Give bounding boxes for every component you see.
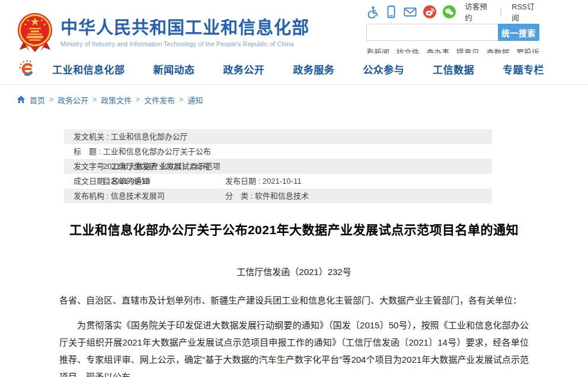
- nav-item-miit-data[interactable]: 工信数据: [433, 62, 474, 76]
- search-button[interactable]: 统一搜索: [498, 24, 539, 41]
- site-logo-link[interactable]: 中华人民共和国工业和信息化部 Ministry of Industry and …: [17, 12, 309, 55]
- home-icon[interactable]: [17, 95, 25, 104]
- search-input[interactable]: [366, 24, 498, 41]
- mobile-icon[interactable]: [385, 5, 397, 18]
- breadcrumb-policy-documents[interactable]: 政策文件: [101, 94, 132, 106]
- article-body: 各省、自治区、直辖市及计划单列市、新疆生产建设兵团工业和信息化主管部门、大数据产…: [59, 292, 529, 377]
- article-salutation: 各省、自治区、直辖市及计划单列市、新疆生产建设兵团工业和信息化主管部门、大数据产…: [59, 292, 529, 309]
- meta-label: 标 题: [74, 144, 103, 159]
- meta-label: 发布机构: [74, 188, 111, 203]
- page: 中华人民共和国工业和信息化部 Ministry of Industry and …: [0, 0, 588, 377]
- nav-item-special-topics[interactable]: 专题专栏: [503, 62, 544, 76]
- wechat-icon[interactable]: [443, 5, 456, 18]
- meta-row-publisher-category: 发布机构 信息技术发展司 分 类 软件和信息技术: [64, 188, 492, 203]
- rss-subscribe-link[interactable]: RSS订阅: [512, 1, 539, 23]
- nav-item-gov-disclosure[interactable]: 政务公开: [223, 62, 264, 76]
- nav-items: 工业和信息化部 新闻动态 政务公开 政务服务 公众参与 工信数据 专题专栏: [52, 53, 544, 84]
- breadcrumb-gov-disclosure[interactable]: 政务公开: [57, 94, 88, 106]
- document-meta-table: 发文机关 工业和信息化部办公厅 标 题 工业和信息化部办公厅关于公布2021年大…: [64, 129, 492, 203]
- breadcrumb-separator: >: [136, 95, 140, 104]
- nav-item-gov-services[interactable]: 政务服务: [293, 62, 334, 76]
- nav-item-public-participation[interactable]: 公众参与: [363, 62, 404, 76]
- site-name: 中华人民共和国工业和信息化部: [60, 19, 309, 38]
- article-title: 工业和信息化部办公厅关于公布2021年大数据产业发展试点示范项目名单的通知: [0, 220, 588, 238]
- accessibility-icon[interactable]: [366, 5, 379, 18]
- meta-label: 发文字号: [74, 159, 111, 174]
- mail-icon[interactable]: [404, 5, 417, 18]
- meta-value: 信息技术发展司: [111, 188, 165, 203]
- utility-divider: |: [500, 8, 501, 16]
- breadcrumb-separator: >: [49, 95, 53, 104]
- nav-item-news[interactable]: 新闻动态: [153, 62, 194, 76]
- meta-label: 分 类: [225, 188, 255, 203]
- meta-label: 发文机关: [74, 129, 111, 144]
- search-bar: 统一搜索: [366, 24, 539, 41]
- visitor-appointment-link[interactable]: 访客预约: [465, 1, 492, 23]
- meta-row-dates: 成文日期 2021-09-18 发布日期 2021-10-11: [64, 174, 492, 188]
- meta-value: 工业和信息化部办公厅: [111, 129, 188, 144]
- meta-value: 工信厅信发函〔2021〕232号: [111, 159, 210, 174]
- site-header: 中华人民共和国工业和信息化部 Ministry of Industry and …: [0, 0, 588, 53]
- breadcrumb-home[interactable]: 首页: [30, 94, 45, 106]
- meta-label: 成文日期: [74, 174, 111, 188]
- site-name-english: Ministry of Industry and Information Tec…: [60, 40, 309, 47]
- meta-label: 发布日期: [225, 174, 263, 188]
- meta-value: 工业和信息化部办公厅关于公布2021年大数据产业发展试点示范项目名单的通知: [103, 144, 225, 159]
- header-utilities: 访客预约 | RSS订阅 统一搜索 看新闻 找文件 查办事 提意见 查数据 要投…: [366, 5, 539, 57]
- nav-item-miit[interactable]: 工业和信息化部: [52, 62, 125, 76]
- breadcrumb: 首页 > 政务公开 > 政策文件 > 文件发布 > 通知: [0, 94, 588, 106]
- meta-row-doc-number: 发文字号 工信厅信发函〔2021〕232号: [64, 159, 492, 174]
- breadcrumb-document-release[interactable]: 文件发布: [144, 94, 175, 106]
- weibo-icon[interactable]: [423, 5, 436, 18]
- article-doc-number: 工信厅信发函（2021）232号: [0, 265, 588, 277]
- breadcrumb-notice[interactable]: 通知: [187, 94, 203, 106]
- miit-swirl-icon: [18, 59, 37, 81]
- meta-value: 2021-10-11: [263, 174, 302, 188]
- national-emblem-icon: [17, 12, 53, 55]
- breadcrumb-separator: >: [92, 95, 97, 104]
- meta-row-issuing-authority: 发文机关 工业和信息化部办公厅: [64, 129, 492, 144]
- article-paragraph: 为贯彻落实《国务院关于印发促进大数据发展行动纲要的通知》（国发〔2015〕50号…: [59, 317, 529, 377]
- breadcrumb-separator: >: [179, 95, 183, 104]
- meta-value: 软件和信息技术: [255, 188, 309, 203]
- meta-row-title: 标 题 工业和信息化部办公厅关于公布2021年大数据产业发展试点示范项目名单的通…: [64, 144, 492, 159]
- meta-value: 2021-09-18: [111, 174, 151, 188]
- main-nav: 工业和信息化部 新闻动态 政务公开 政务服务 公众参与 工信数据 专题专栏: [0, 53, 588, 85]
- utility-row: 访客预约 | RSS订阅: [366, 5, 539, 19]
